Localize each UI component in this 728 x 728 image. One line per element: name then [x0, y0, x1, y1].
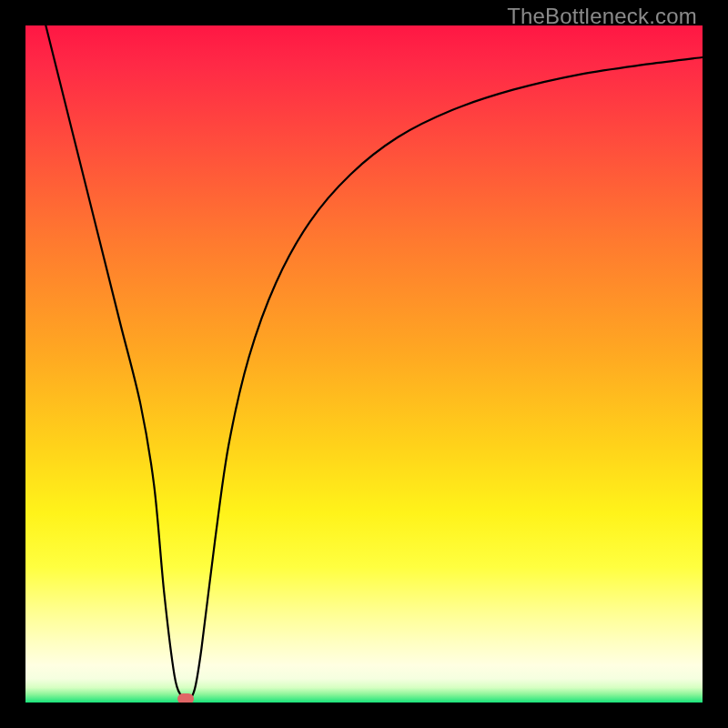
chart-frame: TheBottleneck.com	[0, 0, 728, 728]
plot-area	[25, 25, 703, 703]
watermark-text: TheBottleneck.com	[507, 4, 697, 29]
data-curve	[25, 25, 703, 703]
